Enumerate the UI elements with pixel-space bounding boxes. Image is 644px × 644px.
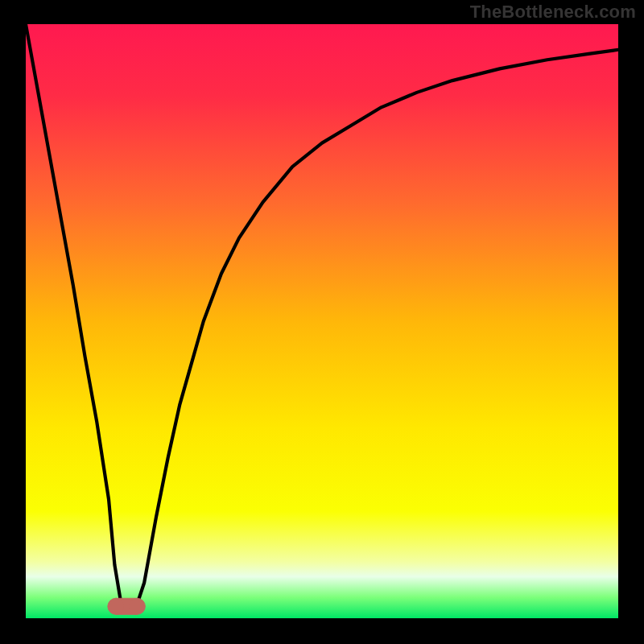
- svg-point-1: [108, 598, 124, 614]
- bottleneck-chart: [0, 0, 644, 644]
- svg-point-2: [129, 598, 145, 614]
- watermark-text: TheBottleneck.com: [470, 2, 636, 23]
- optimal-marker: [108, 598, 145, 614]
- chart-frame: { "watermark": "TheBottleneck.com", "col…: [0, 0, 644, 644]
- plot-background: [26, 24, 618, 618]
